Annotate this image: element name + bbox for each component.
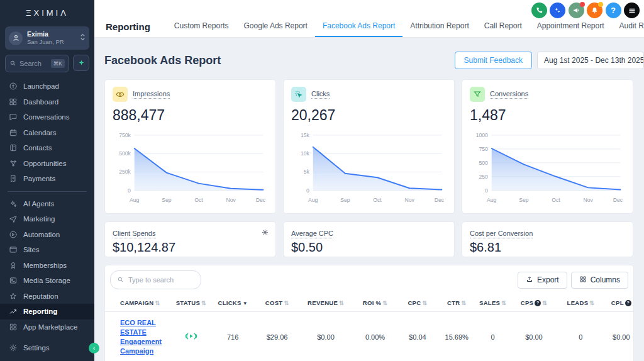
memberships-icon — [9, 261, 18, 270]
sort-icon: ⇅ — [155, 300, 160, 306]
clicks-label[interactable]: Clicks — [311, 90, 330, 99]
columns-grid-icon — [579, 275, 587, 285]
column-header-cps[interactable]: CPS?⇅ — [509, 294, 558, 312]
gear-icon[interactable] — [261, 228, 269, 239]
sidebar-item-label: Reporting — [23, 308, 57, 315]
sites-icon — [9, 245, 18, 254]
svg-text:Aug: Aug — [487, 197, 497, 203]
sidebar-item-settings[interactable]: Settings — [0, 340, 94, 356]
sidebar-item-conversations[interactable]: Conversations — [0, 109, 94, 125]
column-header-leads[interactable]: Leads⇅ — [558, 294, 602, 312]
sidebar-item-app-marketplace[interactable]: App Marketplace — [0, 319, 94, 335]
column-header-roi[interactable]: ROI %⇅ — [352, 294, 397, 312]
export-icon — [526, 275, 533, 285]
campaign-link[interactable]: ECO REAL ESTATE Engagement Campaign — [120, 318, 169, 355]
sidebar-item-reporting[interactable]: Reporting — [0, 304, 94, 319]
tab-appointment-report[interactable]: Appointment Report — [530, 16, 612, 37]
sidebar-item-label: Reputation — [23, 292, 58, 300]
date-range-picker[interactable]: Aug 1st 2025 - Dec 13th 2025 — [537, 52, 644, 69]
svg-text:Sep: Sep — [340, 197, 350, 203]
sidebar-item-contacts[interactable]: Contacts — [0, 140, 94, 156]
export-button[interactable]: Export — [518, 272, 567, 289]
sidebar-item-automation[interactable]: Automation — [0, 227, 94, 243]
columns-button[interactable]: Columns — [571, 272, 628, 289]
column-header-clicks[interactable]: Clicks▼ — [211, 294, 255, 312]
column-header-sales[interactable]: Sales⇅ — [476, 294, 509, 312]
tab-google-ads-report[interactable]: Google Ads Report — [236, 16, 315, 37]
sidebar-collapse-button[interactable]: ‹ — [89, 343, 99, 353]
sort-desc-icon: ▼ — [243, 301, 248, 306]
settings-icon — [9, 343, 18, 352]
tab-attribution-report[interactable]: Attribution Report — [402, 16, 476, 37]
table-search-input[interactable]: Type to search — [110, 270, 201, 289]
cost-per-conversion-card: Cost per Conversion $6.81 — [462, 221, 633, 257]
submit-feedback-button[interactable]: Submit Feedback — [455, 52, 532, 69]
average-cpc-label[interactable]: Average CPC — [291, 230, 333, 238]
sidebar-item-opportunities[interactable]: Opportunities — [0, 156, 94, 172]
conversions-value: 1,487 — [470, 107, 625, 124]
sidebar-item-dashboard[interactable]: Dashboard — [0, 94, 94, 110]
column-header-status[interactable]: Status⇅ — [172, 294, 211, 312]
eximia-logo: ΞXIMIΛ — [0, 0, 94, 24]
info-icon[interactable]: ? — [625, 300, 631, 306]
column-header-cpc[interactable]: CPC⇅ — [398, 294, 437, 312]
sidebar-search-input[interactable]: Search ⌘K — [5, 55, 69, 72]
svg-text:Oct: Oct — [373, 197, 382, 203]
sort-icon: ⇅ — [284, 300, 289, 306]
sidebar-item-label: Calendars — [23, 129, 56, 136]
svg-text:10k: 10k — [301, 150, 310, 157]
sort-icon: ⇅ — [201, 300, 206, 306]
sidebar-item-sites[interactable]: Sites — [0, 242, 94, 258]
cost-per-conversion-label[interactable]: Cost per Conversion — [470, 230, 533, 238]
sidebar-item-marketing[interactable]: Marketing — [0, 211, 94, 227]
svg-text:250: 250 — [479, 174, 488, 180]
conversions-label[interactable]: Conversions — [490, 90, 528, 99]
column-header-cpl[interactable]: CPL? — [603, 294, 634, 312]
svg-text:Oct: Oct — [194, 197, 203, 203]
sidebar-item-memberships[interactable]: Memberships — [0, 258, 94, 274]
svg-text:Dec: Dec — [613, 197, 623, 203]
column-header-ctr[interactable]: CTR⇅ — [437, 294, 476, 312]
impressions-label[interactable]: Impressions — [133, 90, 170, 99]
table-search-placeholder: Type to search — [128, 276, 174, 284]
tab-facebook-ads-report[interactable]: Facebook Ads Report — [315, 16, 402, 37]
column-header-campaign[interactable]: Campaign⇅ — [105, 294, 172, 312]
conversations-icon — [9, 113, 18, 121]
cost-per-conversion-value: $6.81 — [470, 240, 625, 255]
sidebar-item-label: AI Agents — [23, 200, 54, 208]
sidebar-item-media-storage[interactable]: Media Storage — [0, 273, 94, 289]
cpl-cell: $0.00 — [603, 312, 634, 361]
svg-text:Aug: Aug — [308, 197, 318, 203]
svg-text:0: 0 — [128, 187, 131, 194]
impressions-value: 888,477 — [113, 107, 268, 124]
column-header-cost[interactable]: Cost⇅ — [255, 294, 299, 312]
svg-text:Oct: Oct — [552, 197, 560, 203]
tab-audit-report[interactable]: Audit Report — [612, 16, 644, 37]
sidebar-item-ai-agents[interactable]: AI Agents — [0, 196, 94, 212]
tab-custom-reports[interactable]: Custom Reports — [167, 16, 236, 37]
client-spends-label[interactable]: Client Spends — [113, 230, 156, 238]
dashboard-icon — [9, 97, 18, 106]
reporting-icon — [9, 307, 18, 316]
svg-text:Sep: Sep — [162, 197, 172, 203]
info-icon[interactable]: ? — [535, 300, 541, 306]
account-switcher[interactable]: Eximia San Juan, PR — [5, 26, 89, 50]
contacts-icon — [9, 143, 18, 152]
svg-text:750k: 750k — [119, 132, 131, 138]
sidebar-item-reputation[interactable]: Reputation — [0, 289, 94, 304]
sort-icon: ⇅ — [339, 300, 344, 306]
sidebar-item-launchpad[interactable]: Launchpad — [0, 79, 94, 94]
sidebar-item-payments[interactable]: Payments — [0, 171, 94, 187]
sidebar-item-label: Opportunities — [23, 160, 66, 167]
ai-assistant-button[interactable] — [73, 55, 89, 71]
sales-cell: 0 — [476, 312, 509, 361]
status-cell — [172, 312, 211, 361]
svg-text:5k: 5k — [304, 169, 310, 175]
marketing-icon — [9, 214, 18, 223]
sidebar-item-label: App Marketplace — [23, 323, 77, 331]
sidebar-item-calendars[interactable]: Calendars — [0, 125, 94, 141]
tab-call-report[interactable]: Call Report — [477, 16, 530, 37]
svg-text:Nov: Nov — [583, 197, 593, 203]
clicks-chart: 15k10k5k0AugSepOctNovDec — [291, 126, 447, 211]
column-header-revenue[interactable]: Revenue⇅ — [299, 294, 352, 312]
